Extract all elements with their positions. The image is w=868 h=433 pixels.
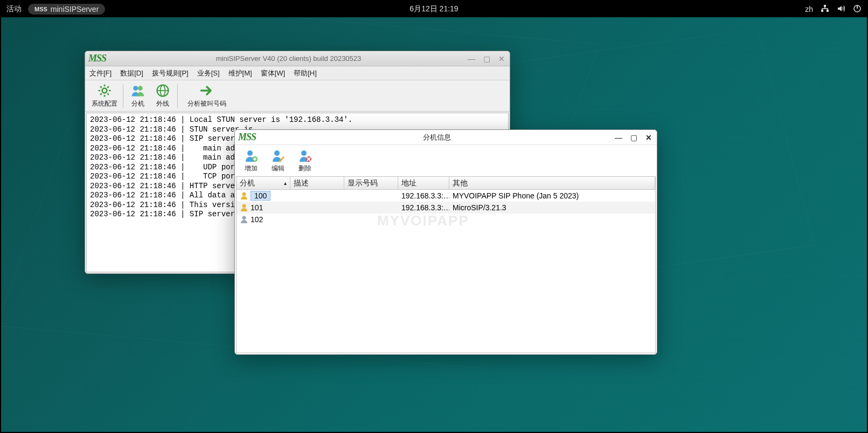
header-ext[interactable]: 分机▴ xyxy=(237,177,290,189)
menu-window[interactable]: 窗体[W] xyxy=(261,68,286,78)
volume-icon[interactable] xyxy=(837,4,845,15)
extension-titlebar[interactable]: MSS 分机信息 — ▢ ✕ xyxy=(235,130,657,145)
menu-service[interactable]: 业务[S] xyxy=(197,68,220,78)
svg-rect-1 xyxy=(821,10,823,12)
extension-dialog: MSS 分机信息 — ▢ ✕ 增加 编辑 删除 分机▴ 描述 显示号码 地址 其… xyxy=(234,129,657,355)
menu-dialplan[interactable]: 拨号规则[P] xyxy=(152,68,189,78)
menu-file[interactable]: 文件[F] xyxy=(89,68,112,78)
toolbar-separator xyxy=(123,84,123,108)
ext-number: 102 xyxy=(251,215,263,224)
toolbar-separator xyxy=(177,84,178,108)
main-toolbar: 系统配置 分机 外线 分析被叫号码 xyxy=(85,80,510,112)
main-titlebar[interactable]: MSS miniSIPServer V40 (20 clients) build… xyxy=(85,51,510,66)
mss-logo-icon: MSS xyxy=(88,53,106,64)
user-online-icon xyxy=(240,191,248,200)
close-icon[interactable]: ✕ xyxy=(497,54,506,63)
extension-label: 分机 xyxy=(131,99,144,108)
menu-data[interactable]: 数据[D] xyxy=(120,68,143,78)
svg-rect-2 xyxy=(827,10,829,12)
user-edit-icon xyxy=(271,149,285,163)
analyze-button[interactable]: 分析被叫号码 xyxy=(180,82,234,110)
delete-button[interactable]: 删除 xyxy=(293,147,317,174)
app-logo-tiny: MSS xyxy=(34,6,47,12)
maximize-icon[interactable]: ▢ xyxy=(629,133,638,142)
maximize-icon[interactable]: ▢ xyxy=(482,54,491,63)
ext-number: 100 xyxy=(251,191,270,201)
table-row[interactable]: 101192.168.3.3:…MicroSIP/3.21.3 xyxy=(237,202,655,214)
running-app-name: miniSIPServer xyxy=(51,5,99,13)
minimize-icon[interactable]: — xyxy=(614,133,623,142)
ext-number: 101 xyxy=(251,203,263,212)
network-icon[interactable] xyxy=(821,4,829,15)
extension-table: 分机▴ 描述 显示号码 地址 其他 100192.168.3.3:…MYVOIP… xyxy=(236,176,656,353)
svg-point-18 xyxy=(242,216,246,220)
external-line-button[interactable]: 外线 xyxy=(150,82,175,110)
cell-other: MicroSIP/3.21.3 xyxy=(449,203,655,212)
header-desc[interactable]: 描述 xyxy=(290,177,344,189)
menu-help[interactable]: 帮助[H] xyxy=(294,68,317,78)
table-row[interactable]: 100192.168.3.3:…MYVOIPAPP SIP Phone (Jan… xyxy=(237,190,655,202)
header-other[interactable]: 其他 xyxy=(449,177,655,189)
clock[interactable]: 6月12日 21:19 xyxy=(409,4,458,14)
user-delete-icon xyxy=(298,149,312,163)
minimize-icon[interactable]: — xyxy=(467,54,476,63)
user-online-icon xyxy=(240,203,248,212)
analyze-label: 分析被叫号码 xyxy=(188,99,226,108)
main-menubar: 文件[F] 数据[D] 拨号规则[P] 业务[S] 维护[M] 窗体[W] 帮助… xyxy=(85,66,510,80)
svg-point-16 xyxy=(242,193,246,196)
table-header: 分机▴ 描述 显示号码 地址 其他 xyxy=(237,177,655,190)
svg-point-11 xyxy=(247,150,253,156)
sort-asc-icon: ▴ xyxy=(284,180,287,186)
svg-point-7 xyxy=(138,86,143,91)
gear-icon xyxy=(97,83,112,98)
user-add-icon xyxy=(244,149,258,163)
menu-maintain[interactable]: 维护[M] xyxy=(228,68,252,78)
power-icon[interactable] xyxy=(853,4,862,15)
svg-point-6 xyxy=(133,86,138,91)
users-icon xyxy=(130,83,145,98)
gnome-top-bar: 活动 MSS miniSIPServer 6月12日 21:19 zh xyxy=(1,1,867,17)
svg-point-17 xyxy=(242,204,246,208)
extension-dialog-title: 分机信息 xyxy=(260,133,614,142)
mss-logo-icon: MSS xyxy=(238,132,256,143)
add-button[interactable]: 增加 xyxy=(239,147,263,174)
delete-label: 删除 xyxy=(298,164,311,173)
header-addr[interactable]: 地址 xyxy=(398,177,449,189)
svg-point-14 xyxy=(301,150,307,156)
header-disp[interactable]: 显示号码 xyxy=(344,177,398,189)
close-icon[interactable]: ✕ xyxy=(644,133,654,142)
globe-icon xyxy=(155,83,170,98)
cell-addr: 192.168.3.3:… xyxy=(398,203,449,212)
extension-button[interactable]: 分机 xyxy=(126,82,150,110)
svg-point-13 xyxy=(274,150,280,156)
sysconfig-button[interactable]: 系统配置 xyxy=(88,82,121,110)
svg-point-5 xyxy=(102,88,107,93)
arrow-right-icon xyxy=(199,83,214,98)
extension-toolbar: 增加 编辑 删除 xyxy=(235,145,657,176)
svg-rect-0 xyxy=(824,5,826,7)
sysconfig-label: 系统配置 xyxy=(92,99,117,108)
edit-label: 编辑 xyxy=(272,164,284,173)
cell-other: MYVOIPAPP SIP Phone (Jan 5 2023) xyxy=(449,191,655,200)
table-row[interactable]: 102 xyxy=(237,214,655,225)
cell-addr: 192.168.3.3:… xyxy=(398,191,449,200)
main-window-title: miniSIPServer V40 (20 clients) build 202… xyxy=(110,54,467,63)
input-lang-indicator[interactable]: zh xyxy=(805,5,813,13)
table-body: 100192.168.3.3:…MYVOIPAPP SIP Phone (Jan… xyxy=(237,190,655,353)
user-offline-icon xyxy=(240,215,248,224)
running-app-pill[interactable]: MSS miniSIPServer xyxy=(28,4,105,15)
external-label: 外线 xyxy=(156,99,169,108)
add-label: 增加 xyxy=(245,164,258,173)
activities-button[interactable]: 活动 xyxy=(6,4,22,14)
edit-button[interactable]: 编辑 xyxy=(266,147,290,174)
